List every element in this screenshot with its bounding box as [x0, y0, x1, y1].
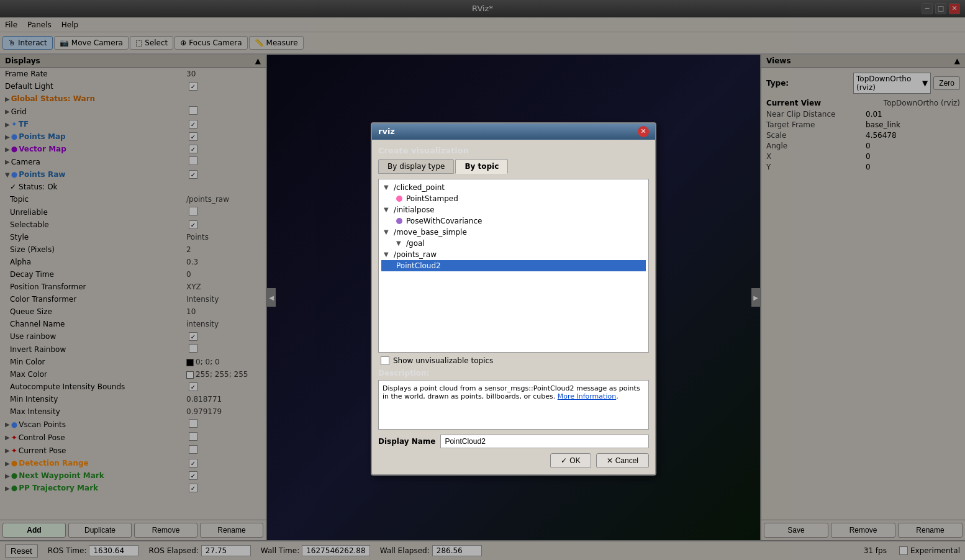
pink-dot-icon [396, 196, 402, 202]
dialog-title: Create visualization [378, 146, 649, 155]
cancel-button[interactable]: ✕ Cancel [596, 453, 649, 468]
modal-buttons: ✓ OK ✕ Cancel [378, 453, 649, 468]
tree-item-pointcloud2[interactable]: PointCloud2 [381, 260, 646, 271]
show-unvisualizable-row: Show unvisualizable topics [378, 356, 649, 365]
tree-item-label: PoseWithCovariance [406, 217, 482, 225]
expand-arrow-icon: ▼ [384, 228, 391, 235]
tree-item-initialpose[interactable]: ▼ /initialpose [381, 204, 646, 215]
modal-overlay: rviz ✕ Create visualization By display t… [0, 0, 965, 560]
tree-item-goal[interactable]: ▼ /goal [381, 238, 646, 249]
create-visualization-dialog: rviz ✕ Create visualization By display t… [371, 122, 656, 476]
ok-icon: ✓ [561, 456, 567, 465]
more-info-link[interactable]: More Information [558, 392, 616, 400]
tab-bar: By display type By topic [378, 159, 649, 174]
tree-item-label: /move_base_simple [394, 228, 467, 237]
tree-item-label: PointCloud2 [396, 261, 441, 270]
cancel-icon: ✕ [607, 456, 613, 465]
show-unvisualizable-checkbox[interactable] [381, 356, 389, 365]
tree-item-pointstamped[interactable]: PointStamped [381, 193, 646, 204]
modal-title: rviz [378, 127, 395, 136]
ok-label: OK [569, 456, 580, 465]
tab-by-display-type[interactable]: By display type [378, 159, 454, 174]
tree-item-label: /points_raw [394, 250, 437, 259]
display-name-row: Display Name [378, 435, 649, 448]
tree-item-move-base-simple[interactable]: ▼ /move_base_simple [381, 227, 646, 238]
topic-tree[interactable]: ▼ /clicked_point PointStamped ▼ /initial… [378, 179, 649, 353]
modal-close-button[interactable]: ✕ [638, 126, 649, 137]
expand-arrow-icon: ▼ [384, 251, 391, 258]
ok-button[interactable]: ✓ OK [550, 453, 591, 468]
tree-item-points-raw[interactable]: ▼ /points_raw [381, 249, 646, 260]
show-unvisualizable-label: Show unvisualizable topics [393, 356, 493, 365]
expand-arrow-icon: ▼ [384, 184, 391, 191]
cancel-label: Cancel [615, 456, 638, 465]
description-box: Displays a point cloud from a sensor_msg… [378, 380, 649, 430]
expand-arrow-icon: ▼ [384, 206, 391, 213]
description-label: Description: [378, 369, 649, 377]
modal-title-bar: rviz ✕ [372, 124, 655, 140]
display-name-input[interactable] [440, 435, 649, 448]
tree-item-posewithcovariance[interactable]: PoseWithCovariance [381, 215, 646, 227]
tree-item-label: /goal [406, 239, 425, 248]
display-name-label: Display Name [378, 437, 435, 446]
tree-item-label: /clicked_point [394, 183, 445, 192]
modal-body: Create visualization By display type By … [372, 140, 655, 474]
tree-item-clicked-point[interactable]: ▼ /clicked_point [381, 182, 646, 193]
expand-arrow-icon: ▼ [396, 240, 404, 246]
tree-item-label: PointStamped [406, 194, 458, 203]
tab-by-topic[interactable]: By topic [455, 159, 508, 174]
purple-dot-icon [396, 218, 402, 224]
desc-period: . [616, 392, 618, 400]
tree-item-label: /initialpose [394, 205, 435, 214]
